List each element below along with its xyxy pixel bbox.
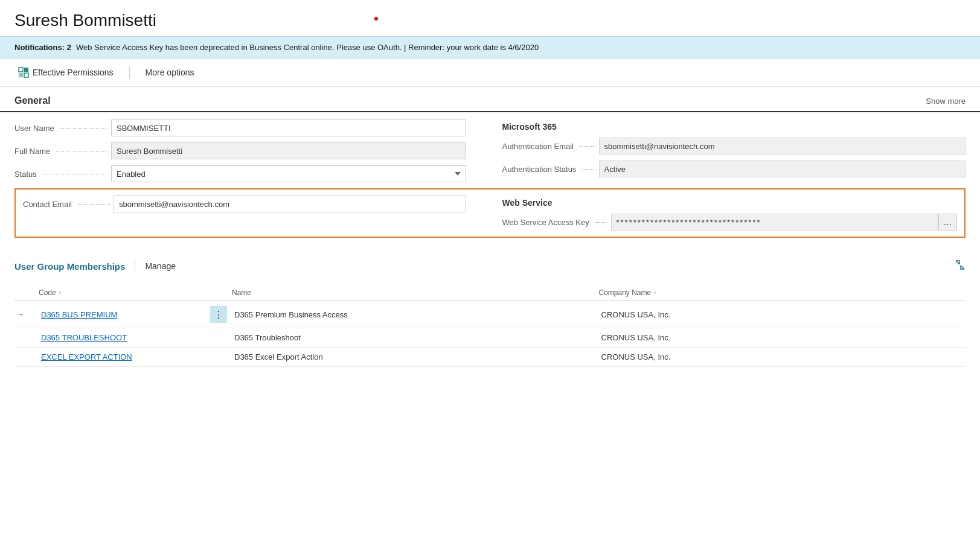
show-more-button[interactable]: Show more — [926, 97, 966, 106]
effective-permissions-icon — [18, 67, 29, 78]
code-cell-3[interactable]: EXCEL EXPORT ACTION — [39, 352, 208, 361]
auth-email-label-container: Authentication Email — [502, 142, 599, 151]
left-section: User Name Full Name Status — [14, 119, 490, 188]
more-options-button[interactable]: More options — [142, 65, 198, 80]
right-section: Microsoft 365 Authentication Email Authe… — [490, 119, 966, 188]
dotted-line — [60, 128, 107, 129]
company-cell-2: CRONUS USA, Inc. — [599, 333, 966, 342]
ugm-title: User Group Memberships — [14, 261, 125, 272]
status-select[interactable]: Enabled Disabled — [111, 165, 466, 182]
general-top-fields: User Name Full Name Status — [0, 112, 980, 188]
status-row: Status Enabled Disabled — [14, 165, 466, 182]
ugm-separator — [135, 260, 135, 272]
notification-label: Notifications: 2 — [14, 43, 71, 52]
dotted-line — [78, 204, 110, 205]
th-dots-spacer — [208, 288, 232, 297]
notification-bar: Notifications: 2 Web Service Access Key … — [0, 36, 980, 59]
page-title: Suresh Bommisetti — [0, 0, 980, 36]
more-options-label: More options — [146, 68, 194, 77]
row-dots-1[interactable]: ⋮ — [208, 306, 232, 323]
th-name: Name — [232, 288, 599, 297]
auth-status-input — [599, 161, 966, 177]
auth-status-label-container: Authentication Status — [502, 165, 599, 174]
user-name-input[interactable] — [111, 119, 466, 136]
company-cell-3: CRONUS USA, Inc. — [599, 352, 966, 361]
ms365-label: Microsoft 365 — [502, 119, 966, 132]
auth-email-input — [599, 138, 966, 154]
code-cell-2[interactable]: D365 TROUBLESHOOT — [39, 333, 208, 342]
user-group-memberships-section: User Group Memberships Manage Code ↑ Nam… — [0, 247, 980, 367]
red-dot-indicator — [374, 17, 378, 21]
toolbar: Effective Permissions More options — [0, 59, 980, 87]
user-name-label: User Name — [14, 124, 57, 133]
contact-email-label: Contact Email — [23, 200, 74, 209]
ws-key-input — [611, 214, 938, 231]
row-arrow-1: → — [14, 310, 39, 319]
full-name-input — [111, 142, 466, 159]
general-grid: User Name Full Name Status — [14, 119, 966, 188]
dotted-line — [56, 151, 107, 151]
svg-rect-1 — [24, 68, 28, 72]
toolbar-separator — [129, 66, 130, 78]
full-name-row: Full Name — [14, 142, 466, 159]
th-company: Company Name ↑ — [599, 288, 966, 297]
web-service-section: Web Service Web Service Access Key ... — [490, 196, 958, 231]
status-label: Status — [14, 170, 39, 179]
contact-email-label-container: Contact Email — [23, 200, 114, 209]
general-section-header: General Show more — [0, 87, 980, 112]
table-row: EXCEL EXPORT ACTION D365 Excel Export Ac… — [14, 348, 966, 367]
dotted-line — [595, 222, 607, 223]
svg-rect-3 — [24, 73, 28, 77]
web-service-key-row: Web Service Access Key ... — [502, 214, 958, 231]
auth-status-label: Authentication Status — [502, 165, 579, 174]
row-action-dots[interactable]: ⋮ — [210, 306, 227, 323]
company-sort-icon: ↑ — [653, 290, 656, 296]
company-cell-1: CRONUS USA, Inc. — [599, 310, 966, 319]
ugm-header: User Group Memberships Manage — [14, 259, 966, 278]
full-name-label: Full Name — [14, 147, 53, 156]
ugm-expand-icon[interactable] — [955, 259, 966, 273]
ws-key-label: Web Service Access Key — [502, 218, 592, 227]
ugm-manage-button[interactable]: Manage — [145, 261, 176, 271]
th-code: Code ↑ — [39, 288, 208, 297]
notification-message: Web Service Access Key has been deprecat… — [76, 43, 539, 52]
status-label-container: Status — [14, 170, 111, 179]
contact-email-input[interactable] — [114, 196, 466, 212]
auth-status-row: Authentication Status — [502, 161, 966, 177]
user-name-row: User Name — [14, 119, 466, 136]
th-arrow — [14, 288, 39, 297]
table-header: Code ↑ Name Company Name ↑ — [14, 285, 966, 301]
effective-permissions-label: Effective Permissions — [33, 68, 114, 77]
ws-key-label-container: Web Service Access Key — [502, 218, 611, 227]
auth-email-row: Authentication Email — [502, 138, 966, 154]
full-name-label-container: Full Name — [14, 147, 111, 156]
general-section-title: General — [14, 95, 51, 106]
table-row: → D365 BUS PREMIUM ⋮ D365 Premium Busine… — [14, 301, 966, 328]
web-service-label: Web Service — [502, 196, 958, 208]
contact-email-section: Contact Email — [23, 196, 490, 231]
auth-email-label: Authentication Email — [502, 142, 577, 151]
page-title-text: Suresh Bommisetti — [14, 11, 156, 30]
table-row: D365 TROUBLESHOOT D365 Troubleshoot CRON… — [14, 328, 966, 348]
effective-permissions-button[interactable]: Effective Permissions — [14, 65, 117, 80]
code-cell-1[interactable]: D365 BUS PREMIUM — [39, 310, 208, 319]
name-cell-3: D365 Excel Export Action — [232, 352, 599, 361]
dotted-line — [43, 174, 107, 174]
highlight-grid: Contact Email Web Service Web Service Ac… — [16, 189, 964, 237]
code-sort-icon: ↑ — [59, 290, 62, 296]
contact-email-row: Contact Email — [23, 196, 466, 212]
ws-key-dots-button[interactable]: ... — [938, 214, 957, 231]
dotted-line — [580, 146, 595, 147]
svg-rect-2 — [19, 73, 23, 77]
highlight-box: Contact Email Web Service Web Service Ac… — [14, 188, 966, 238]
ugm-table: Code ↑ Name Company Name ↑ → D365 BUS PR… — [14, 285, 966, 367]
name-cell-1: D365 Premium Business Access — [232, 310, 599, 319]
dotted-line — [582, 169, 595, 170]
user-name-label-container: User Name — [14, 124, 111, 133]
name-cell-2: D365 Troubleshoot — [232, 333, 599, 342]
svg-rect-0 — [19, 68, 23, 72]
